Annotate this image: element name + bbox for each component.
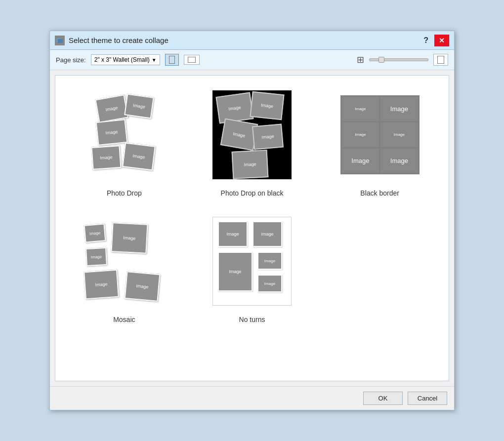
bb-cell: Image [342,122,379,147]
theme-label-mosaic: Mosaic [113,316,135,323]
nt-preview: Image Image Image Image Image [212,217,292,306]
theme-item-photo-drop-black[interactable]: Image Image Image Image Image Photo Drop… [193,85,311,197]
title-bar-left: Select theme to create collage [55,36,168,45]
mos-photo: Image [111,222,148,254]
title-bar-controls: ? ✕ [420,35,449,46]
svg-rect-2 [169,56,175,64]
nt-photo: Image [252,221,282,247]
page-size-dropdown[interactable]: 2" x 3" Wallet (Small) ▼ [91,54,160,65]
page-preview-button[interactable] [433,54,448,66]
bb-cell-big: Image [380,97,418,121]
app-icon [55,36,65,45]
dialog-title: Select theme to create collage [69,36,168,44]
pdb-photo: Image [215,92,253,123]
theme-item-mosaic[interactable]: Image Image Image Image Image Mosaic [65,212,183,323]
pdb-photo: Image [232,150,269,179]
title-bar: Select theme to create collage ? ✕ [50,31,454,50]
pd-photo: Image [123,142,156,170]
mosaic-preview: Image Image Image Image Image [82,219,166,303]
ok-button[interactable]: OK [363,392,403,405]
dialog: Select theme to create collage ? ✕ Page … [49,31,455,410]
bb-cell: Image [380,122,418,147]
theme-label-black-border: Black border [360,189,399,197]
theme-label-photo-drop: Photo Drop [107,189,142,197]
help-button[interactable]: ? [420,35,431,46]
page-size-label: Page size: [56,56,86,64]
svg-rect-4 [437,56,444,64]
pd-photo: Image [96,119,128,146]
pd-photo: Image [125,93,155,119]
theme-item-photo-drop[interactable]: Image Image Image Image Image Photo Drop [65,85,183,197]
nt-photo: Image [257,252,282,270]
theme-preview-photo-drop-black: Image Image Image Image Image [203,85,301,184]
content-wrapper: Image Image Image Image Image Photo Drop [50,75,454,381]
photo-drop-preview: Image Image Image Image Image [82,93,166,177]
cancel-button[interactable]: Cancel [408,392,447,405]
mos-photo: Image [84,223,106,243]
nt-photo: Image [218,221,248,247]
dialog-footer: OK Cancel [50,386,454,410]
dropdown-arrow-icon: ▼ [152,57,157,63]
bb-cell-big2: Image [342,149,379,173]
content-area: Image Image Image Image Image Photo Drop [55,75,449,381]
svg-rect-3 [188,57,196,63]
theme-item-black-border[interactable]: Image Image Image Image Image Image Blac… [321,85,439,197]
pd-photo: Image [95,94,128,123]
themes-grid: Image Image Image Image Image Photo Drop [65,85,439,323]
mos-photo: Image [84,270,119,300]
theme-label-photo-drop-black: Photo Drop on black [221,189,284,197]
theme-preview-mosaic: Image Image Image Image Image [75,212,173,311]
pdb-photo: Image [250,91,284,120]
theme-preview-no-turns: Image Image Image Image Image [203,212,301,311]
bb-grid: Image Image Image Image Image Image [340,95,420,174]
toolbar: Page size: 2" x 3" Wallet (Small) ▼ ⊞ [50,50,454,70]
bb-cell-big3: Image [380,149,418,173]
theme-preview-black-border: Image Image Image Image Image Image [331,85,429,184]
size-slider[interactable] [369,58,428,61]
theme-preview-photo-drop: Image Image Image Image Image [75,85,173,184]
grid-view-button[interactable]: ⊞ [357,54,364,65]
nt-photo: Image [218,252,252,291]
pdb-photo: Image [252,123,284,150]
portrait-button[interactable] [165,54,179,66]
pdb-preview: Image Image Image Image Image [212,90,292,179]
nt-photo: Image [257,275,282,292]
mos-photo: Image [125,271,161,302]
landscape-button[interactable] [184,55,200,65]
theme-item-no-turns[interactable]: Image Image Image Image Image No turns [193,212,311,323]
bb-cell: Image [342,97,379,121]
svg-rect-1 [58,39,63,43]
size-slider-thumb [378,57,384,63]
mos-photo: Image [85,247,107,266]
theme-label-no-turns: No turns [239,316,265,323]
pd-photo: Image [91,145,122,170]
close-button[interactable]: ✕ [434,35,449,46]
page-size-value: 2" x 3" Wallet (Small) [94,56,150,63]
